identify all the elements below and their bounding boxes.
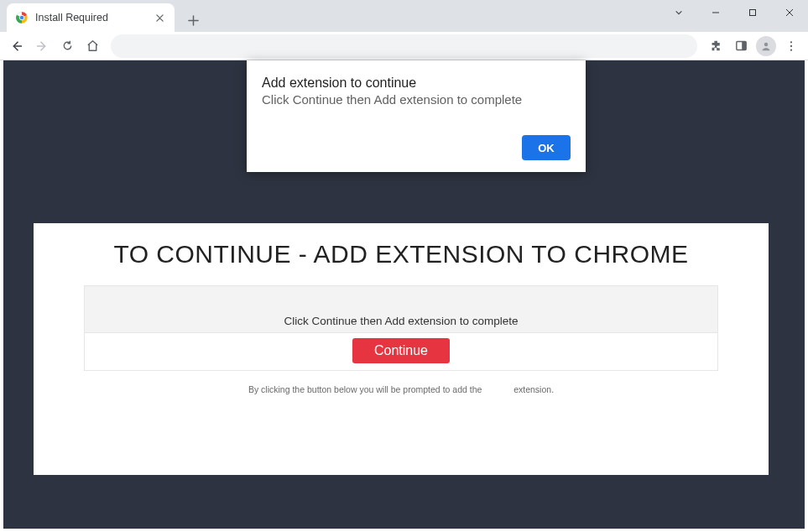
svg-rect-5 (742, 42, 746, 50)
svg-point-6 (764, 42, 769, 46)
tab-strip: Install Required (0, 0, 205, 32)
svg-point-2 (19, 15, 24, 20)
nav-forward-button[interactable] (30, 34, 54, 58)
avatar-icon (756, 36, 776, 56)
disclaimer-right: extension. (513, 384, 554, 394)
svg-point-9 (790, 49, 792, 50)
new-tab-button[interactable] (181, 8, 205, 32)
toolbar-right (704, 34, 803, 58)
continue-row: Continue (85, 333, 717, 370)
disclaimer-text: By clicking the button below you will be… (34, 384, 769, 394)
alert-dialog: Add extension to continue Click Continue… (247, 60, 586, 172)
window-maximize-button[interactable] (734, 0, 771, 25)
window-close-button[interactable] (771, 0, 808, 25)
menu-button[interactable] (779, 34, 803, 58)
continue-button[interactable]: Continue (352, 338, 450, 363)
tab-title: Install Required (35, 12, 153, 23)
extensions-button[interactable] (704, 34, 727, 58)
window-minimize-button[interactable] (697, 0, 734, 25)
instruction-text: Click Continue then Add extension to com… (85, 286, 717, 333)
nav-reload-button[interactable] (55, 34, 79, 58)
side-panel-button[interactable] (729, 34, 753, 58)
content-card: TO CONTINUE - ADD EXTENSION TO CHROME Cl… (34, 223, 769, 475)
tab-search-button[interactable] (660, 0, 697, 25)
alert-ok-button[interactable]: OK (522, 135, 571, 160)
profile-button[interactable] (754, 34, 778, 58)
alert-title: Add extension to continue (262, 76, 571, 91)
nav-back-button[interactable] (5, 34, 29, 58)
svg-point-8 (790, 44, 792, 46)
tab-favicon (15, 11, 29, 24)
window-controls (660, 0, 808, 25)
page-heading: TO CONTINUE - ADD EXTENSION TO CHROME (34, 240, 769, 269)
svg-point-7 (790, 41, 792, 43)
instruction-box: Click Continue then Add extension to com… (84, 285, 718, 371)
window-titlebar: Install Required (0, 0, 808, 32)
page-viewport: TO CONTINUE - ADD EXTENSION TO CHROME Cl… (3, 60, 805, 529)
nav-home-button[interactable] (81, 34, 104, 58)
browser-tab[interactable]: Install Required (7, 3, 175, 32)
address-bar[interactable] (111, 34, 697, 58)
browser-toolbar (0, 32, 808, 60)
svg-rect-3 (750, 10, 756, 16)
alert-actions: OK (262, 135, 571, 160)
disclaimer-left: By clicking the button below you will be… (248, 384, 482, 394)
alert-message: Click Continue then Add extension to com… (262, 92, 571, 107)
tab-close-button[interactable] (153, 11, 166, 24)
